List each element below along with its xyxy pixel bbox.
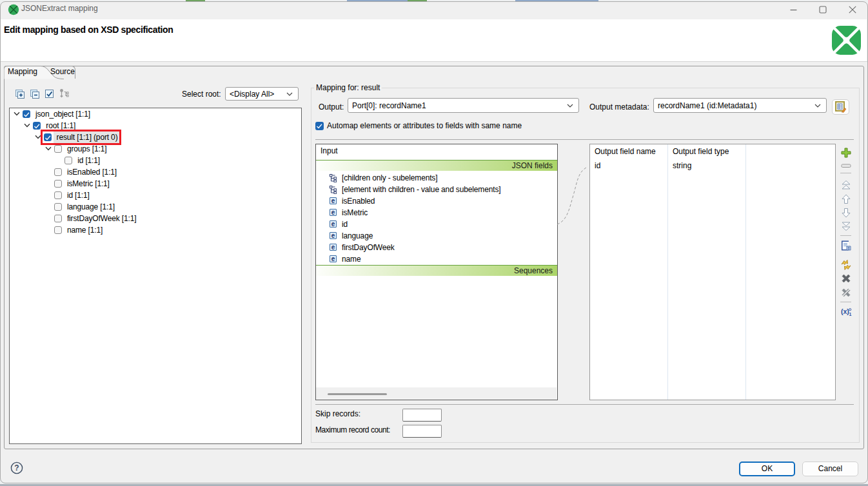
svg-text:(x): (x) (841, 307, 849, 315)
svg-text:1: 1 (849, 312, 851, 316)
svg-text:?: ? (14, 463, 19, 472)
